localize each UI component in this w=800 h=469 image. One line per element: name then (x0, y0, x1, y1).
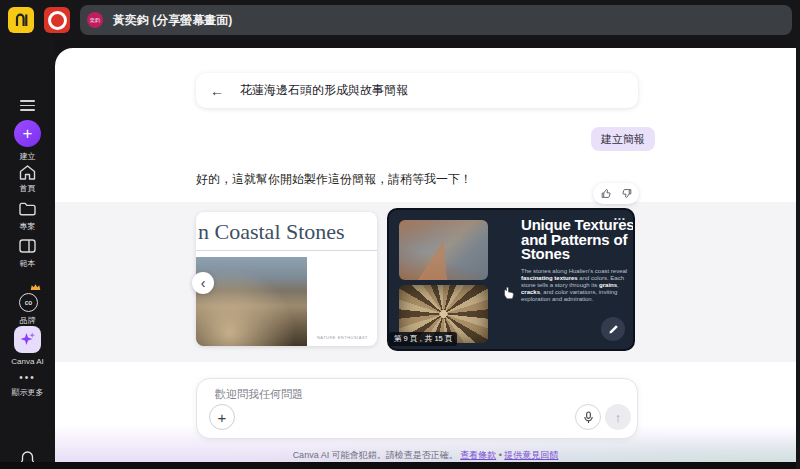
carousel-prev-button[interactable]: ‹ (192, 272, 214, 294)
more-icon[interactable]: ••• (0, 372, 55, 383)
send-button[interactable]: ↑ (605, 404, 631, 430)
slide-preview-unique-textures[interactable]: Unique Textures and Patterns of Stones •… (387, 208, 635, 351)
screen-share-tab[interactable]: 奕鈞 黃奕鈞 (分享螢幕畫面) (80, 5, 792, 35)
sidebar-item-canva-ai-label: Canva AI (0, 357, 55, 366)
bottom-edge-bar (0, 462, 800, 469)
sidebar-item-create[interactable]: + (14, 120, 41, 147)
mouse-cursor (503, 286, 515, 304)
mic-button[interactable] (575, 404, 601, 430)
chat-composer: + ↑ (196, 378, 638, 439)
dock-app-icon[interactable] (8, 7, 34, 33)
sidebar-item-projects-label: 專案 (0, 221, 55, 232)
back-button[interactable]: ← (210, 83, 224, 99)
share-tab-title: 黃奕鈞 (分享螢幕畫面) (113, 12, 232, 29)
footer-disclaimer: Canva AI 可能會犯錯。請檢查是否正確。 查看條款 • 提供意見回饋 (55, 449, 796, 462)
feedback-pill (593, 183, 639, 204)
sparkle-icon (19, 331, 36, 348)
avatar: 奕鈞 (87, 12, 103, 28)
assistant-message: 好的，這就幫你開始製作這份簡報，請稍等我一下！ (196, 171, 472, 188)
divider (196, 250, 377, 251)
sidebar-item-brand-label: 品牌 (0, 315, 55, 326)
sidebar-item-home-label: 首頁 (0, 183, 55, 194)
folder-icon[interactable] (18, 201, 37, 217)
thumbs-up-icon[interactable] (601, 188, 612, 199)
sidebar-item-create-label: 建立 (0, 151, 55, 162)
sidebar-item-canva-ai[interactable] (14, 326, 41, 353)
slide1-credit: NATURE ENTHUSIAST (317, 335, 368, 340)
slide2-body: The stones along Hualien's coast reveal … (521, 268, 631, 303)
thumbs-down-icon[interactable] (621, 188, 632, 199)
terms-link[interactable]: 查看條款 (460, 450, 496, 460)
record-button[interactable] (44, 7, 70, 33)
sidebar: + 建立 首頁 專案 範本 co 品牌 Canva AI (0, 40, 55, 469)
chat-header: ← 花蓮海邊石頭的形成與故事簡報 (196, 73, 638, 108)
crown-badge-icon (30, 283, 41, 291)
page-indicator-badge: 第 9 頁，共 15 頁 (389, 332, 457, 346)
brand-icon[interactable]: co (19, 293, 38, 312)
edit-slide-button[interactable] (601, 317, 625, 341)
chat-input[interactable] (213, 387, 517, 401)
add-attachment-button[interactable]: + (209, 404, 235, 430)
sidebar-item-templates-label: 範本 (0, 258, 55, 269)
templates-icon[interactable] (18, 238, 37, 254)
slide-preview-coastal-stones[interactable]: n Coastal Stones NATURE ENTHUSIAST (196, 212, 377, 346)
right-edge (796, 40, 800, 469)
top-bar: 奕鈞 黃奕鈞 (分享螢幕畫面) (0, 0, 800, 40)
send-arrow-icon: ↑ (615, 410, 622, 425)
slide-menu-dots-icon[interactable]: ••• (614, 214, 626, 223)
sidebar-item-more-label: 顯示更多 (0, 387, 55, 398)
feedback-link[interactable]: 提供意見回饋 (504, 450, 558, 460)
screen: 奕鈞 黃奕鈞 (分享螢幕畫面) + 建立 首頁 專案 範本 co 品牌 (0, 0, 800, 469)
marble-texture-image (399, 220, 488, 280)
slide2-title: Unique Textures and Patterns of Stones (521, 218, 635, 262)
coastal-rocks-photo (196, 257, 307, 346)
pencil-icon (608, 324, 619, 335)
chat-title: 花蓮海邊石頭的形成與故事簡報 (240, 82, 408, 99)
plus-icon: + (23, 124, 33, 144)
chevron-left-icon: ‹ (201, 275, 206, 291)
slide1-title: n Coastal Stones (198, 219, 377, 245)
microphone-icon (583, 411, 594, 424)
door-icon (12, 11, 30, 29)
create-presentation-button[interactable]: 建立簡報 (591, 127, 655, 151)
record-icon (48, 11, 67, 30)
home-icon[interactable] (18, 164, 37, 181)
menu-icon[interactable] (20, 97, 35, 114)
